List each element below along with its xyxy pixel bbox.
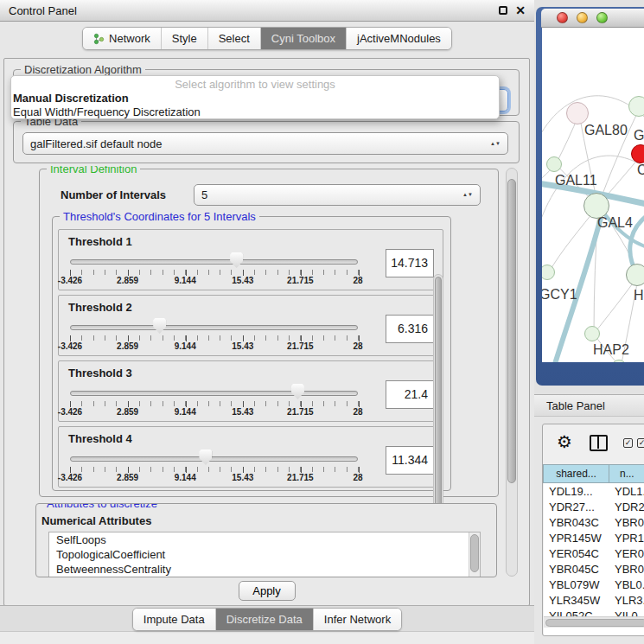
- tab-strip: NetworkStyleSelectCyni ToolboxjActiveMNo…: [0, 27, 534, 50]
- attribute-item-topologicalcoefficient[interactable]: TopologicalCoefficient: [49, 547, 480, 562]
- panel-scrollbar[interactable]: [506, 168, 518, 577]
- table-toolbar: ⚙ ✓ ✓: [543, 424, 644, 463]
- table-h-scrollbar[interactable]: [544, 616, 644, 628]
- table-row[interactable]: YPR145W YPR1...: [544, 530, 644, 545]
- slider-handle[interactable]: [199, 450, 212, 465]
- cell-name: YLR3...: [609, 594, 644, 607]
- tab-label: Network: [109, 32, 150, 45]
- scrollbar-thumb[interactable]: [507, 179, 516, 483]
- thresholds-scrollbar[interactable]: [433, 274, 443, 530]
- tab-label: jActiveMNodules: [357, 32, 441, 45]
- tick-label: -3.426: [58, 473, 82, 482]
- tab-label: Cyni Toolbox: [271, 32, 335, 45]
- node-label: GAL11: [555, 173, 597, 188]
- attributes-list[interactable]: SelfLoopsTopologicalCoefficientBetweenne…: [48, 532, 481, 577]
- scrollbar-thumb[interactable]: [470, 534, 479, 572]
- float-window-icon[interactable]: [499, 6, 507, 15]
- network-window-titlebar[interactable]: [541, 9, 644, 28]
- slider-ticks: [70, 270, 359, 275]
- split-columns-icon[interactable]: [590, 435, 608, 451]
- scrollbar-thumb[interactable]: [435, 277, 442, 527]
- attribute-item-betweennesscentrality[interactable]: BetweennessCentrality: [49, 562, 480, 577]
- tab-network[interactable]: Network: [83, 28, 161, 49]
- threshold-value-input[interactable]: 11.344: [386, 446, 434, 475]
- threshold-label: Threshold 4: [68, 432, 132, 445]
- tick-label: 28: [353, 341, 362, 351]
- threshold-slider[interactable]: -3.4262.8599.14415.4321.71528: [70, 251, 364, 289]
- tick-label: 15.43: [232, 473, 253, 482]
- checkbox-icon[interactable]: ✓: [637, 438, 644, 448]
- threshold-card: Threshold 2 -3.4262.8599.14415.4321.7152…: [58, 295, 443, 356]
- table-row[interactable]: YBL079W YBL0...: [544, 577, 644, 592]
- network-node-gal80[interactable]: [566, 102, 589, 124]
- table-row[interactable]: YBR043C YBR0...: [544, 514, 644, 530]
- tab-label: Discretize Data: [226, 613, 303, 626]
- dropdown-items: Manual DiscretizationEqual Width/Frequen…: [11, 92, 499, 119]
- slider-track[interactable]: [70, 325, 358, 330]
- slider-track[interactable]: [70, 391, 358, 396]
- tick-label: 9.144: [175, 407, 196, 417]
- number-of-intervals-select[interactable]: 5 ▲▼: [194, 184, 481, 206]
- table-row[interactable]: YER054C YER0...: [544, 545, 644, 561]
- checkbox-icon[interactable]: ✓: [623, 438, 633, 448]
- threshold-slider[interactable]: -3.4262.8599.14415.4321.71528: [70, 382, 364, 420]
- cell-shared-name: YBR043C: [544, 516, 609, 529]
- slider-track[interactable]: [70, 456, 358, 462]
- tick-label: 21.715: [287, 473, 314, 482]
- apply-button[interactable]: Apply: [239, 581, 296, 601]
- threshold-card: Threshold 3 -3.4262.8599.14415.4321.7152…: [58, 360, 443, 422]
- threshold-value-input[interactable]: 14.713: [386, 249, 434, 277]
- slider-track[interactable]: [70, 259, 358, 265]
- tab-jactivemnodules[interactable]: jActiveMNodules: [346, 28, 451, 49]
- scrollbar-thumb[interactable]: [545, 619, 644, 627]
- node-label: G.: [634, 128, 644, 143]
- threshold-slider[interactable]: -3.4262.8599.14415.4321.71528: [70, 448, 364, 486]
- panel-title: Control Panel: [9, 4, 77, 17]
- zoom-traffic-light-icon[interactable]: [596, 12, 608, 23]
- cell-shared-name: YDR27...: [544, 501, 609, 513]
- cyni-toolbox-panel: Discretization Algorithm ▲▼ Table Data g…: [3, 58, 530, 606]
- slider-scale: -3.4262.8599.14415.4321.71528: [70, 407, 358, 418]
- table-data-select[interactable]: galFiltered.sif default node ▲▼: [22, 132, 508, 155]
- numerical-attributes-label: Numerical Attributes: [41, 514, 151, 527]
- slider-handle[interactable]: [153, 318, 166, 334]
- tab-cyni-toolbox[interactable]: Cyni Toolbox: [260, 28, 346, 49]
- table-panel-body: ⚙ ✓ ✓ shared...n... YDL19... YDL1... YDR…: [542, 424, 644, 636]
- threshold-value-input[interactable]: 6.316: [386, 315, 434, 343]
- threshold-value-input[interactable]: 21.4: [386, 380, 434, 409]
- table-row[interactable]: YDL19... YDL1...: [544, 483, 644, 499]
- network-node-left-small[interactable]: [546, 156, 562, 172]
- network-node-red-node[interactable]: [631, 144, 644, 163]
- network-canvas[interactable]: GAL80G.CGAL11GAL4GCY1HHAP2: [542, 28, 644, 362]
- tab-select[interactable]: Select: [207, 28, 260, 49]
- settings-scroll-area: Interval Definition Number of Intervals …: [13, 166, 520, 578]
- cell-shared-name: YBR045C: [544, 563, 609, 576]
- menu-item-manual-discretization[interactable]: Manual Discretization: [11, 92, 499, 105]
- column-header-2[interactable]: n...: [609, 464, 644, 483]
- menu-item-equal-width-frequency-discretization[interactable]: Equal Width/Frequency Discretization: [11, 105, 499, 119]
- threshold-slider[interactable]: -3.4262.8599.14415.4321.71528: [70, 316, 364, 354]
- table-row[interactable]: YBR045C YBR0...: [544, 561, 644, 577]
- tick-label: 9.144: [175, 473, 196, 482]
- network-node-hap2[interactable]: [584, 326, 600, 341]
- column-header-1[interactable]: shared...: [543, 464, 609, 483]
- tab-style[interactable]: Style: [161, 28, 207, 49]
- tab-discretize-data[interactable]: Discretize Data: [215, 609, 313, 630]
- threshold-label: Threshold 2: [68, 301, 132, 314]
- node-label: GAL80: [584, 123, 628, 138]
- tab-infer-network[interactable]: Infer Network: [313, 609, 401, 630]
- attribute-item-selfloops[interactable]: SelfLoops: [49, 532, 480, 547]
- slider-handle[interactable]: [230, 252, 243, 268]
- attributes-scrollbar[interactable]: [469, 532, 480, 577]
- network-node-top-right[interactable]: [628, 96, 644, 117]
- tab-impute-data[interactable]: Impute Data: [133, 609, 215, 630]
- tab-label: Infer Network: [324, 613, 391, 626]
- close-traffic-light-icon[interactable]: [557, 12, 568, 23]
- slider-handle[interactable]: [291, 384, 304, 399]
- close-icon[interactable]: ✕: [515, 6, 526, 15]
- gear-icon[interactable]: ⚙: [557, 431, 572, 452]
- table-row[interactable]: YLR345W YLR3...: [544, 592, 644, 608]
- minimize-traffic-light-icon[interactable]: [577, 12, 588, 23]
- table-row[interactable]: YDR27... YDR2...: [544, 499, 644, 514]
- network-node-h-node[interactable]: [626, 264, 644, 286]
